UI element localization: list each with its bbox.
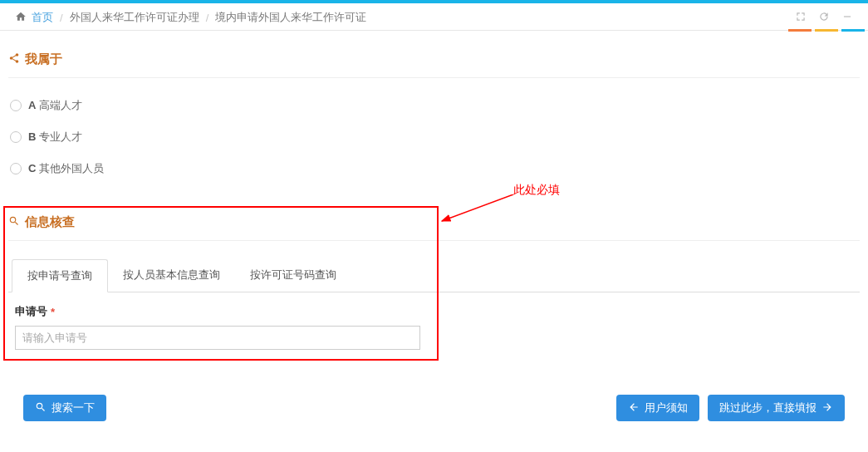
accent-segment xyxy=(788,29,812,32)
breadcrumb-separator: / xyxy=(58,12,65,24)
application-number-field: 申请号 * xyxy=(8,292,860,356)
radio-icon xyxy=(10,163,22,174)
field-label: 申请号 * xyxy=(15,304,853,319)
application-number-input[interactable] xyxy=(15,326,420,350)
radio-option-b[interactable]: B 专业人才 xyxy=(10,121,858,153)
search-button-label: 搜索一下 xyxy=(51,400,95,415)
search-icon xyxy=(35,401,47,415)
radio-option-c[interactable]: C 其他外国人员 xyxy=(10,153,858,184)
header-tools xyxy=(795,11,853,25)
skip-button-label: 跳过此步，直接填报 xyxy=(719,400,817,415)
refresh-icon[interactable] xyxy=(818,11,830,25)
radio-label: A 高端人才 xyxy=(28,98,82,113)
info-check-area: 此处必填 信息核查 按申请号查询 按人员基本信息查询 按许可证号码查询 申请号 xyxy=(8,206,860,356)
divider xyxy=(8,240,860,241)
radio-icon xyxy=(10,100,22,111)
search-icon xyxy=(8,215,20,229)
section-check-title: 信息核查 xyxy=(8,206,860,238)
header: 首页 / 外国人来华工作许可证办理 / 境内申请外国人来华工作许可证 xyxy=(0,3,868,31)
radio-icon xyxy=(10,131,22,143)
minimize-icon[interactable] xyxy=(841,11,853,25)
section-check-title-text: 信息核查 xyxy=(25,214,75,230)
radio-label: C 其他外国人员 xyxy=(28,161,104,176)
skip-button[interactable]: 跳过此步，直接填报 xyxy=(708,395,845,421)
arrow-left-icon xyxy=(628,401,640,415)
tab-by-application-number[interactable]: 按申请号查询 xyxy=(12,259,108,292)
check-tabs: 按申请号查询 按人员基本信息查询 按许可证号码查询 xyxy=(8,259,860,292)
breadcrumb-home-link[interactable]: 首页 xyxy=(32,10,53,25)
user-notice-button[interactable]: 用户须知 xyxy=(616,395,699,421)
breadcrumb-level1: 外国人来华工作许可证办理 xyxy=(70,10,199,25)
annotation-arrow-icon xyxy=(439,194,522,228)
section-belong-title: 我属于 xyxy=(8,43,860,76)
footer-buttons: 搜索一下 用户须知 跳过此步，直接填报 xyxy=(8,378,860,431)
home-icon xyxy=(15,11,27,25)
svg-line-1 xyxy=(442,194,513,221)
required-asterisk: * xyxy=(51,306,55,318)
belong-radio-group: A 高端人才 B 专业人才 C 其他外国人员 xyxy=(8,86,860,188)
radio-option-a[interactable]: A 高端人才 xyxy=(10,90,858,121)
radio-label: B 专业人才 xyxy=(28,130,82,145)
section-belong-title-text: 我属于 xyxy=(25,52,62,67)
user-notice-button-label: 用户须知 xyxy=(645,400,688,415)
fullscreen-icon[interactable] xyxy=(795,11,807,25)
breadcrumb: 首页 / 外国人来华工作许可证办理 / 境内申请外国人来华工作许可证 xyxy=(15,10,366,25)
accent-segment xyxy=(815,29,838,32)
breadcrumb-level2: 境内申请外国人来华工作许可证 xyxy=(215,10,366,25)
arrow-right-icon xyxy=(821,401,833,415)
accent-segment xyxy=(841,29,865,32)
tab-by-license-number[interactable]: 按许可证号码查询 xyxy=(235,259,351,292)
search-button[interactable]: 搜索一下 xyxy=(23,395,106,421)
breadcrumb-separator: / xyxy=(204,12,211,24)
share-icon xyxy=(8,52,20,66)
tab-by-personal-info[interactable]: 按人员基本信息查询 xyxy=(108,259,235,292)
divider xyxy=(8,77,860,78)
